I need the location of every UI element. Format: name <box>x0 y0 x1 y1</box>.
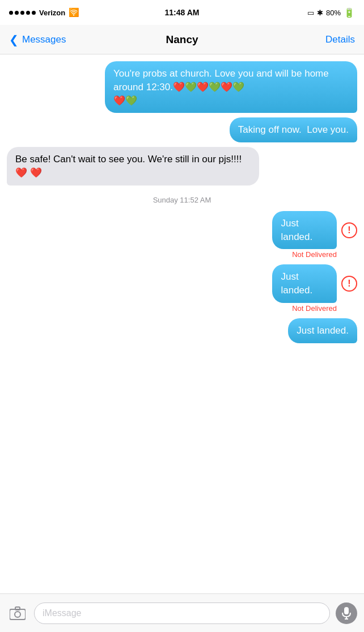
svg-point-1 <box>15 612 20 617</box>
message-row-2: Taking off now. Love you. <box>7 117 357 142</box>
input-area: iMessage <box>0 593 364 632</box>
status-left: Verizon 🛜 <box>9 7 79 18</box>
message-row-6: Just landed. <box>7 318 357 343</box>
received-bubble-1: Be safe! Can't wait to see you. We're st… <box>7 147 259 186</box>
svg-rect-0 <box>10 609 26 620</box>
mic-button[interactable] <box>336 602 357 624</box>
screen-mirroring-icon: ▭ <box>307 9 314 17</box>
message-row-1: You're probs at church. Love you and wil… <box>7 61 357 113</box>
error-icon-2[interactable]: ! <box>341 276 357 292</box>
svg-rect-3 <box>344 607 349 614</box>
status-time: 11:48 AM <box>165 8 200 17</box>
sent-bubble-2: Taking off now. Love you. <box>230 117 357 142</box>
bluetooth-icon: ✱ <box>317 9 323 17</box>
battery-icon: 🔋 <box>344 7 355 18</box>
message-row-3: Be safe! Can't wait to see you. We're st… <box>7 147 357 186</box>
not-delivered-2: Not Delivered <box>292 304 337 313</box>
svg-rect-2 <box>15 607 20 610</box>
phone-frame: Verizon 🛜 11:48 AM ▭ ✱ 80% 🔋 ❮ Messages … <box>0 0 364 632</box>
sent-bubble-3: Just landed. <box>272 211 337 250</box>
message-input-placeholder: iMessage <box>43 608 81 618</box>
error-icon-1[interactable]: ! <box>341 222 357 238</box>
failed-wrap-1: Just landed. ! Not Delivered <box>7 211 357 262</box>
bubble-with-error-1: Just landed. ! <box>268 211 357 250</box>
carrier-label: Verizon <box>39 9 65 17</box>
sent-bubble-1: You're probs at church. Love you and wil… <box>105 61 357 113</box>
details-button[interactable]: Details <box>325 34 355 45</box>
message-input[interactable]: iMessage <box>34 602 330 624</box>
back-button[interactable]: ❮ Messages <box>9 33 66 47</box>
battery-percent: 80% <box>326 9 341 17</box>
status-bar: Verizon 🛜 11:48 AM ▭ ✱ 80% 🔋 <box>0 0 364 25</box>
mic-icon <box>342 607 351 620</box>
failed-wrap-2: Just landed. ! Not Delivered <box>7 264 357 315</box>
wifi-icon: 🛜 <box>69 7 79 18</box>
nav-bar: ❮ Messages Nancy Details <box>0 25 364 54</box>
status-right: ▭ ✱ 80% 🔋 <box>307 7 355 18</box>
not-delivered-1: Not Delivered <box>292 250 337 259</box>
nav-title: Nancy <box>166 33 198 46</box>
back-label: Messages <box>22 34 66 45</box>
messages-area: You're probs at church. Love you and wil… <box>0 54 364 593</box>
camera-icon <box>10 606 26 620</box>
camera-button[interactable] <box>7 602 28 624</box>
timestamp-1: Sunday 11:52 AM <box>7 196 357 204</box>
bubble-with-error-2: Just landed. ! <box>268 264 357 303</box>
sent-bubble-5: Just landed. <box>288 318 357 343</box>
back-chevron-icon: ❮ <box>9 33 19 47</box>
sent-bubble-4: Just landed. <box>272 264 337 303</box>
signal-dots <box>9 11 36 15</box>
